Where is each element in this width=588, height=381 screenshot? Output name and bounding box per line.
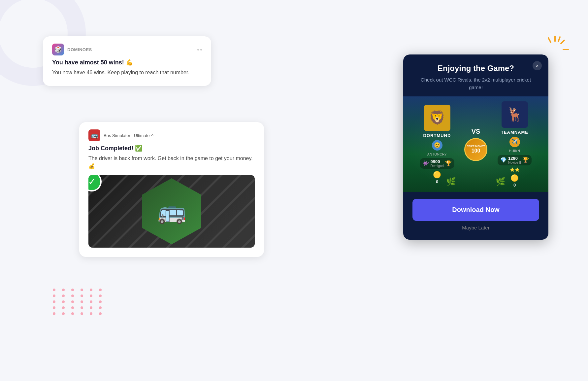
team-right-logo: 🦌 [502,101,528,128]
modal-header: × Enjoying the Game? Check out WCC Rival… [403,54,548,96]
dot-grid-decoration [53,289,105,315]
team-right-name: TEAMNAME [501,130,528,135]
team-right-rank: Novice II [508,161,521,164]
notif1-header: 🎲 DOMINOES [52,44,202,55]
coin-right-icon: 🟡 [510,174,519,182]
notif1-menu-dots[interactable] [197,49,202,51]
team-left-coins: 🟡 0 [433,171,441,184]
match-arena: 🦁 DORTMUND 😊 ANTONCR7 👾 9900 Demigod 🏆 🟡… [403,96,548,192]
team-left-logo: 🦁 [424,105,450,131]
team-right-rank-badge: 💎 1280 Novice II 🏆 [498,155,532,165]
team-right-player-name: HUIKN [509,149,520,153]
team-right-player-avatar: ✈️ [509,137,520,147]
team-left: 🦁 DORTMUND 😊 ANTONCR7 👾 9900 Demigod 🏆 🟡… [410,105,464,184]
prize-label-text: PRIZE MONEY [467,145,485,148]
coin-left-icon: 🟡 [433,171,441,179]
team-right-stars: ⭐⭐ [510,167,520,172]
prize-money-badge: PRIZE MONEY 100 [464,138,487,161]
bus-completion-image: 🚌 ✓ [88,175,255,248]
vs-label: VS [472,128,480,135]
maybe-later-button[interactable]: Maybe Later [412,221,539,234]
svg-line-4 [558,37,560,42]
notif1-app-info: 🎲 DOMINOES [52,44,92,55]
notif2-header: 🚌 Bus Simulator : Ultimate ^ [88,129,255,141]
wcc-rivals-modal: × Enjoying the Game? Check out WCC Rival… [403,54,548,240]
notif2-app-info: 🚌 Bus Simulator : Ultimate ^ [88,129,153,141]
coin-right-count: 0 [513,183,516,188]
dominoes-app-icon: 🎲 [52,44,64,55]
notif2-app-name: Bus Simulator : Ultimate ^ [104,133,153,138]
team-left-rank-badge: 👾 9900 Demigod 🏆 [420,158,454,169]
modal-close-button[interactable]: × [533,61,542,70]
bus-emoji: 🚌 [157,198,186,225]
notif1-app-name: DOMINOES [67,47,92,52]
modal-actions: Download Now Maybe Later [403,192,548,240]
team-right-coins: 🟡 0 [510,174,519,188]
prize-value: 100 [472,148,480,154]
team-left-score: 9900 [430,159,443,164]
svg-line-3 [548,38,551,42]
bus-simulator-notification-card: 🚌 Bus Simulator : Ultimate ^ Job Complet… [79,122,264,257]
modal-subtitle: Check out WCC Rivals, the 2v2 multiplaye… [414,76,538,91]
team-left-player-avatar: 😊 [432,140,442,151]
notif1-body: You now have 46 wins. Keep playing to re… [52,69,202,77]
download-now-button[interactable]: Download Now [412,199,539,221]
modal-title: Enjoying the Game? [414,64,538,73]
team-left-player-name: ANTONCR7 [427,153,447,156]
team-left-name: DORTMUND [423,133,451,138]
svg-line-1 [561,40,564,44]
team-left-rank: Demigod [430,164,443,168]
team-right-score: 1280 [508,156,521,161]
notif1-title: You have almost 50 wins! 💪 [52,59,202,66]
vs-center: VS PRIZE MONEY 100 [464,128,487,161]
team-right: 🦌 TEAMNAME ✈️ HUIKN 💎 1280 Novice II 🏆 ⭐… [487,101,542,188]
coin-left-count: 0 [436,179,438,184]
notif2-body: The driver is back from work. Get back i… [88,155,255,170]
notif2-title: Job Completed! ✅ [88,145,255,152]
bus-app-icon: 🚌 [88,129,100,141]
dominoes-notification-card: 🎲 DOMINOES You have almost 50 wins! 💪 Yo… [43,36,211,86]
